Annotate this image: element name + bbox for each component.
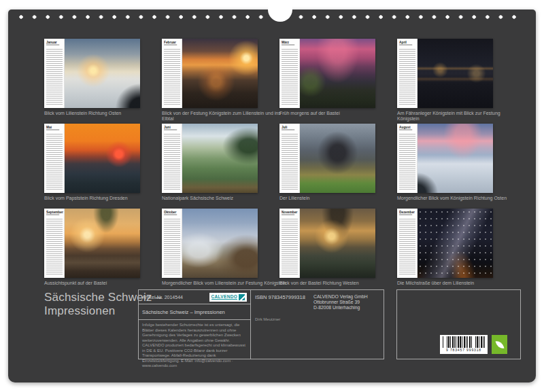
mini-calendar-lines [164, 132, 180, 191]
mini-calendar-lines [282, 132, 298, 191]
isbn-publisher-row: ISBN 9783457999318 CALVENDO Verlag GmbH … [250, 290, 384, 310]
mini-calendar-month-label: Oktober [164, 211, 177, 215]
month-cell-januar: Januar Blick vom Lilienstein Richtung Os… [44, 39, 162, 124]
month-photo [182, 124, 258, 193]
mini-calendar-lines [399, 132, 415, 191]
month-cell-maerz: März Früh morgens auf der Bastei [279, 39, 397, 124]
month-photo [65, 209, 140, 278]
mini-calendar: Februar [162, 39, 182, 108]
month-cell-dezember: Dezember Die Milchstraße über dem Lilien… [397, 209, 515, 293]
mini-calendar-lines [399, 48, 415, 106]
month-caption: Die Milchstraße über dem Lilienstein [397, 281, 524, 286]
mini-calendar: September [44, 209, 65, 278]
eco-leaf-logo [492, 335, 507, 354]
mini-calendar-lines [282, 217, 298, 276]
publisher-street: Ottobrunner Straße 39 [313, 300, 379, 305]
month-photo [300, 124, 375, 193]
barcode-box-inner: 9 783457 999318 [397, 290, 520, 359]
mini-calendar: April [397, 39, 418, 108]
month-thumbnail: März [279, 39, 375, 108]
mini-calendar-month-label: Mai [46, 126, 59, 130]
month-photo [65, 124, 140, 193]
mini-calendar: Oktober [162, 209, 182, 278]
month-photo [418, 209, 493, 278]
month-thumbnail: Mai [44, 124, 140, 193]
publisher-address: CALVENDO Verlag GmbH Ottobrunner Straße … [313, 294, 379, 310]
mini-calendar-month-label: März [282, 41, 294, 45]
isbn: ISBN 9783457999318 [255, 294, 313, 310]
calendar-back-page: Januar Blick vom Lilienstein Richtung Os… [8, 10, 536, 382]
product-photo: Januar Blick vom Lilienstein Richtung Os… [0, 0, 544, 392]
mini-calendar-month-label: Februar [164, 41, 177, 45]
mini-calendar-lines [399, 217, 415, 276]
month-cell-juli: Juli Der Lilienstein [279, 124, 397, 209]
mini-calendar-month-label: September [46, 211, 59, 215]
month-thumbnail: April [397, 39, 493, 108]
mini-calendar: August [397, 124, 418, 193]
month-caption: Blick vom Lilienstein Richtung Osten [44, 111, 171, 116]
mini-calendar-month-label: August [399, 126, 412, 130]
month-thumbnail: Juni [162, 124, 258, 193]
month-photo [65, 39, 140, 108]
month-caption: Früh morgens auf der Bastei [279, 111, 406, 116]
month-photo [418, 124, 493, 193]
mini-calendar: Juni [162, 124, 182, 193]
product-info-box: Artikel-Nr. 2014544 CALVENDO Sächsische … [138, 289, 251, 359]
month-thumbnail: August [397, 124, 493, 193]
mini-calendar-month-label: Dezember [399, 211, 412, 215]
month-cell-oktober: Oktober Morgendlicher Blick vom Lilienst… [162, 209, 279, 293]
month-caption: Blick von der Festung Königstein zum Lil… [162, 111, 288, 122]
mini-calendar-month-label: Januar [46, 41, 59, 45]
month-photo [300, 209, 375, 278]
mini-calendar: Mai [44, 124, 65, 193]
month-grid: Januar Blick vom Lilienstein Richtung Os… [44, 39, 515, 293]
barcode-box: 9 783457 999318 [396, 289, 521, 359]
mini-calendar-lines [46, 48, 63, 106]
legal-text: Infolge bestehender Schutzrechte ist es … [139, 320, 250, 372]
month-caption: Blick vom Papststein Richtung Dresden [44, 196, 171, 201]
mini-calendar-month-label: April [399, 41, 412, 45]
mini-calendar: Dezember [397, 209, 418, 278]
mini-calendar-month-label: Juli [282, 126, 294, 130]
month-caption: Blick von der Bastei Richtung Westen [279, 281, 406, 286]
publisher-city: D-82008 Unterhaching [313, 305, 379, 310]
barcode-number: 9 783457 999318 [445, 348, 483, 352]
mini-calendar: November [279, 209, 300, 278]
month-cell-april: April Am Fähranleger Königstein mit Blic… [397, 39, 515, 124]
publisher-name: CALVENDO Verlag GmbH [313, 294, 379, 300]
month-cell-mai: Mai Blick vom Papststein Richtung Dresde… [44, 124, 162, 209]
mini-calendar-month-label: November [282, 211, 294, 215]
calvendo-logo-text: CALVENDO [211, 294, 237, 300]
month-thumbnail: Februar [162, 39, 258, 108]
month-caption: Am Fähranleger Königstein mit Blick zur … [397, 111, 524, 122]
publisher-info-box: ISBN 9783457999318 CALVENDO Verlag GmbH … [250, 289, 384, 359]
month-thumbnail: Oktober [162, 209, 258, 278]
month-thumbnail: Januar [44, 39, 140, 108]
month-photo [418, 39, 493, 108]
month-thumbnail: September [44, 209, 140, 278]
month-photo [182, 39, 258, 108]
mini-calendar-month-label: Juni [164, 126, 177, 130]
month-caption: Aussichtspunkt auf der Bastei [44, 281, 171, 286]
author-name: Dirk Meutzner [250, 310, 384, 321]
month-caption: Morgendlicher Blick vom Königstein Richt… [397, 196, 524, 201]
month-thumbnail: Dezember [397, 209, 493, 278]
month-cell-februar: Februar Blick von der Festung Königstein… [162, 39, 279, 124]
mini-calendar: Juli [279, 124, 300, 193]
month-caption: Morgendlicher Blick vom Lilienstein zur … [162, 281, 288, 286]
product-title: Sächsische Schweiz – Impressionen [139, 304, 250, 320]
leaf-icon [495, 339, 504, 349]
mini-calendar-lines [164, 48, 180, 106]
month-cell-november: November Blick von der Bastei Richtung W… [279, 209, 397, 293]
month-caption: Der Lilienstein [279, 196, 406, 201]
month-caption: Nationalpark Sächsische Schweiz [162, 196, 288, 201]
month-cell-august: August Morgendlicher Blick vom Königstei… [397, 124, 515, 209]
month-thumbnail: November [279, 209, 375, 278]
month-cell-september: September Aussichtspunkt auf der Bastei [44, 209, 162, 293]
mini-calendar-lines [46, 132, 63, 191]
mini-calendar-lines [164, 217, 180, 276]
article-number: Artikel-Nr. 2014544 [142, 295, 183, 300]
month-photo [182, 209, 258, 278]
calvendo-logo-icon [239, 294, 245, 300]
month-cell-juni: Juni Nationalpark Sächsische Schweiz [162, 124, 279, 209]
